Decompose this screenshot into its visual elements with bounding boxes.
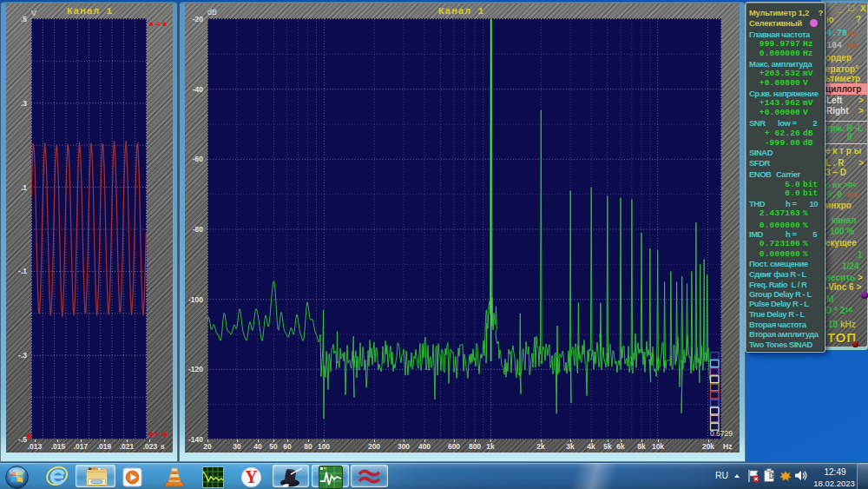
svg-text:Y: Y bbox=[245, 467, 258, 486]
